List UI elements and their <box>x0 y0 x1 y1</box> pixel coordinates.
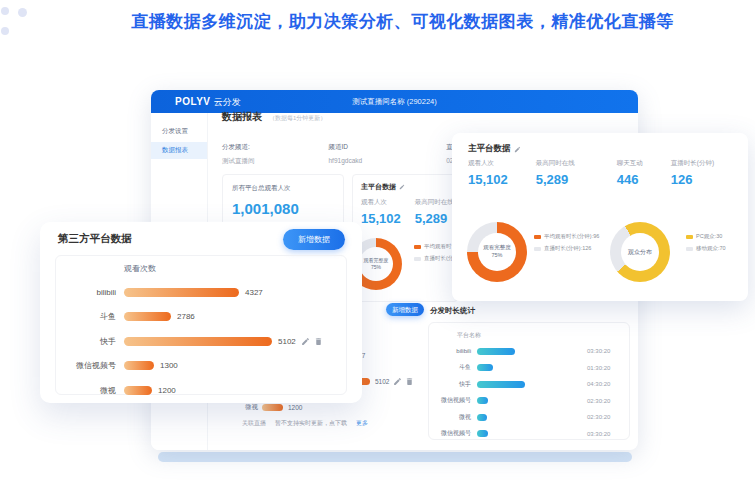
duration-axis-label: 平台名称 <box>457 331 629 340</box>
bar-value: 5102 <box>375 378 389 385</box>
edit-icon[interactable] <box>514 146 521 153</box>
page: 直播数据多维沉淀，助力决策分析、可视化数据图表，精准优化直播等 POLYV 云分… <box>0 0 755 492</box>
stat-label: 最高同时在线 <box>415 198 454 207</box>
bar <box>124 337 272 346</box>
legend-label: 直播时长(分钟):126 <box>544 245 591 252</box>
info-field-label: 频道ID <box>329 143 363 152</box>
bar-value: 1200 <box>158 386 176 395</box>
stat-label: 观看人次 <box>361 198 401 207</box>
bar-label: bilibili <box>433 348 471 354</box>
bar-label: 微信视频号 <box>433 396 471 405</box>
stat-label: 聊天互动 <box>617 159 643 168</box>
bar-value: 1200 <box>288 404 302 411</box>
duration-chart-card: 平台名称 bilibili03:30:20斗鱼01:30:20快手04:30:2… <box>428 322 630 440</box>
bar-value: 4327 <box>245 288 263 297</box>
page-headline: 直播数据多维沉淀，助力决策分析、可视化数据图表，精准优化直播等 <box>60 10 745 33</box>
stat-label: 最高同时在线 <box>536 159 575 168</box>
legend-item: PC观众:30 <box>686 233 726 240</box>
bar <box>477 397 488 404</box>
main-platform-panel: 主平台数据 观看人次15,102最高同时在线5,289聊天互动446直播时长(分… <box>452 133 748 301</box>
add-data-button[interactable]: 新增数据 <box>283 229 345 250</box>
donut-center-value: 75% <box>491 252 502 260</box>
bar-row: 快手5102 <box>56 329 346 354</box>
stat: 聊天互动446 <box>617 159 643 187</box>
sidebar-item-data-reports[interactable]: 数据报表 <box>151 142 207 159</box>
footer-note: 关联直播 暂不支持实时更新，点下载 更多 <box>242 419 368 428</box>
bar-row: 快手04:30:20 <box>433 376 625 393</box>
stat: 直播时长(分钟)126 <box>671 159 714 187</box>
donut-center-label: 观看完整度 <box>483 244 511 252</box>
stat: 最高同时在线5,289 <box>536 159 575 187</box>
bar-row: 斗鱼01:30:20 <box>433 360 625 377</box>
legend-label: 平均观看时长(分钟):96 <box>544 233 599 240</box>
delete-icon[interactable] <box>405 377 414 386</box>
mini-stats: 观看人次15,102最高同时在线5,289 <box>361 198 457 226</box>
add-data-button[interactable]: 新增数据 <box>386 303 424 316</box>
bar-row: bilibili03:30:20 <box>433 343 625 360</box>
bar-label: 斗鱼 <box>56 311 116 322</box>
legend-chip <box>534 247 541 251</box>
stat: 观看人次15,102 <box>468 159 508 187</box>
donut-center-label: 观看完整度 <box>364 257 389 264</box>
third-party-card: 第三方平台数据 新增数据 观看次数 bilibili4327斗鱼2786快手51… <box>40 222 362 403</box>
stat-value: 15,102 <box>468 172 508 187</box>
third-party-title: 第三方平台数据 <box>58 232 132 246</box>
bar-label: 斗鱼 <box>433 363 471 372</box>
info-field: 频道IDhf91gdcakd <box>329 143 363 166</box>
panel-stats: 观看人次15,102最高同时在线5,289聊天互动446直播时长(分钟)126 <box>468 159 714 187</box>
delete-icon[interactable] <box>314 337 323 346</box>
decor-dot <box>1 7 9 15</box>
bar-value: 2786 <box>177 312 195 321</box>
room-title: 测试直播间名称 (290224) <box>271 90 518 113</box>
stat: 最高同时在线5,289 <box>415 198 454 226</box>
stat-value: 5,289 <box>536 172 575 187</box>
bar-value: 03:30:20 <box>587 348 610 354</box>
completion-legend: 平均观看时长(分钟):96直播时长(分钟):126 <box>534 233 599 252</box>
legend-item: 直播时长(分钟):126 <box>534 245 599 252</box>
info-field-label: 分发频道: <box>222 143 255 152</box>
edit-icon[interactable] <box>399 184 405 190</box>
bar-row: 微视1200 <box>56 378 346 403</box>
bar-row: 微信视频号03:30:20 <box>433 426 625 443</box>
bar-value: 04:30:20 <box>587 381 610 387</box>
tab-duration-stats[interactable]: 分发时长统计 <box>430 306 475 316</box>
bar <box>477 430 488 437</box>
bar <box>262 404 283 411</box>
footer-note-prefix: 关联直播 <box>242 419 266 428</box>
decor-dot <box>1 27 9 35</box>
panel-title: 主平台数据 <box>468 143 511 155</box>
main-platform-card-title: 主平台数据 <box>361 182 396 192</box>
footer-note-link[interactable]: 更多 <box>356 419 368 428</box>
bar <box>477 381 525 388</box>
bar <box>124 312 171 321</box>
total-views-value: 1,001,080 <box>232 200 343 217</box>
donut-center-value: 75% <box>371 264 381 271</box>
third-party-chart: 观看次数 bilibili4327斗鱼2786快手5102微信视频号1300微视… <box>55 255 347 395</box>
page-note: （数据每1分钟更新） <box>269 114 326 123</box>
edit-icon[interactable] <box>301 337 310 346</box>
bar-row: 微视02:30:20 <box>433 409 625 426</box>
bar-row: 微信视频号1300 <box>56 354 346 379</box>
legend-chip <box>414 257 421 261</box>
edit-icon[interactable] <box>393 377 402 386</box>
info-field-value: hf91gdcakd <box>329 157 363 164</box>
bar-value: 03:30:20 <box>587 431 610 437</box>
footer-note-text: 暂不支持实时更新，点下载 <box>275 419 347 428</box>
stat: 观看人次15,102 <box>361 198 401 226</box>
legend-chip <box>414 245 421 249</box>
page-title: 数据报表 <box>222 110 262 124</box>
bar-label: 微信视频号 <box>433 429 471 438</box>
stat-value: 446 <box>617 172 643 187</box>
bar-label: 微信视频号 <box>56 360 116 371</box>
bar-label: 微视 <box>222 403 258 412</box>
bar-label: 微视 <box>56 385 116 396</box>
legend-chip <box>686 235 693 239</box>
legend-label: PC观众:30 <box>696 233 722 240</box>
sidebar-item-distribution-settings[interactable]: 分发设置 <box>151 123 207 140</box>
bar-value: 01:30:20 <box>587 365 610 371</box>
bar <box>124 288 239 297</box>
audience-legend: PC观众:30移动观众:70 <box>686 233 726 252</box>
total-views-label: 所有平台总观看人次 <box>232 184 343 193</box>
bar-row: bilibili4327 <box>56 280 346 305</box>
decor-dot <box>18 8 27 17</box>
